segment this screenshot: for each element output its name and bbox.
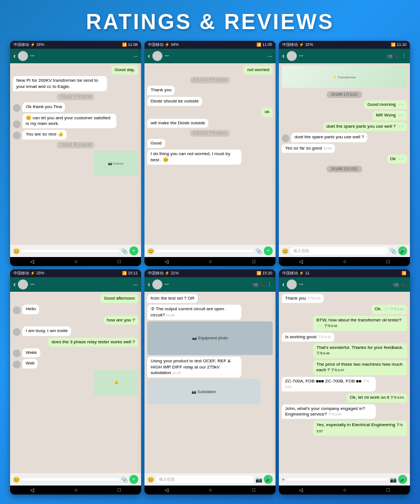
page-wrapper: RATINGS & REVIEWS 中国移动 ⚡ 33% 📶 11:08 ‹ ·…: [0, 0, 420, 500]
status-bar-1: 中国移动 ⚡ 33% 📶 11:08: [10, 41, 141, 49]
date-divider: 2018年1月31日: [326, 91, 362, 98]
chat-footer-2[interactable]: 😊 📎 +: [144, 245, 276, 257]
avatar-4: [18, 279, 28, 290]
emoji-icon[interactable]: 😊: [147, 477, 154, 483]
recent-nav[interactable]: □: [253, 259, 255, 264]
back-icon[interactable]: ‹: [13, 52, 16, 60]
emoji-icon[interactable]: 😊: [147, 248, 154, 254]
home-nav[interactable]: ○: [343, 487, 346, 493]
status-bar-3: 中国移动 ⚡ 32% 📶 11:10: [279, 41, 410, 49]
home-nav[interactable]: ○: [343, 259, 346, 264]
header-icons-6: 📹 📞: [393, 282, 407, 287]
time-divider: 7月4日 下午5点58: [57, 94, 95, 100]
home-nav[interactable]: ○: [74, 259, 77, 264]
home-nav[interactable]: ○: [209, 487, 212, 493]
back-icon[interactable]: ‹: [148, 281, 150, 288]
emoji-icon[interactable]: 😊: [282, 248, 288, 254]
send-button[interactable]: 🎤: [398, 475, 407, 484]
sender-avatar: [13, 328, 21, 336]
msg-bubble: Ok thank you Tina: [22, 102, 65, 111]
attachment-icon[interactable]: 📎: [255, 248, 262, 254]
chat-footer-6[interactable]: + 📷 🎤: [279, 473, 410, 486]
msg-bubble: New PI for 200KV transformer be send to …: [13, 76, 107, 91]
status-bar-2: 中国移动 ⚡ 34% 📶 11:05: [144, 41, 276, 49]
chat-body-5: from the test set ? OR ② The output curr…: [144, 292, 276, 473]
recent-nav[interactable]: □: [387, 259, 390, 264]
home-nav[interactable]: ○: [209, 259, 212, 264]
back-nav[interactable]: ◁: [30, 487, 34, 493]
msg-bubble: Using your product to test OCEF, REF & H…: [147, 357, 241, 377]
chat-input[interactable]: [21, 250, 119, 252]
time-divider: 8月14日 下午4点41: [190, 130, 230, 137]
msg-bubble: Hello: [22, 305, 39, 314]
msg-bubble: BTW, how about the transformer oil teste…: [313, 316, 407, 331]
header-icons-4: ···: [133, 282, 138, 288]
sender-avatar: [13, 120, 21, 128]
chat-input[interactable]: [287, 478, 388, 480]
back-nav[interactable]: ◁: [299, 487, 303, 493]
nav-bar-1: ◁ ○ □: [10, 257, 141, 266]
contact-name-4: ···: [30, 282, 131, 287]
recent-nav[interactable]: □: [387, 487, 390, 493]
chat-footer-4[interactable]: 😊 📎 +: [10, 473, 141, 486]
contact-name-6: ···: [299, 282, 390, 287]
contact-name-3: ···: [299, 53, 384, 59]
msg-bubble: MR Wong ✓✓: [372, 111, 407, 120]
emoji-icon[interactable]: 😊: [13, 248, 20, 254]
back-nav[interactable]: ◁: [165, 259, 169, 264]
nav-bar-2: ◁ ○ □: [144, 257, 276, 266]
back-nav[interactable]: ◁: [30, 259, 34, 264]
sender-avatar: [13, 104, 21, 112]
nav-bar-5: ◁ ○ □: [144, 486, 276, 494]
msg-bubble: does the 3 phase relay tester works well…: [48, 338, 138, 347]
attachment-icon[interactable]: 📷: [255, 477, 262, 483]
home-nav[interactable]: ○: [74, 487, 77, 493]
image-message-2: 📷 Substation: [147, 379, 260, 404]
msg-row: doet the spare parts you use well ?: [282, 133, 407, 142]
header-icons-1: ···: [133, 53, 138, 59]
back-icon[interactable]: ‹: [282, 281, 284, 288]
back-icon[interactable]: ‹: [282, 52, 284, 60]
chat-input[interactable]: 输入信息: [290, 247, 388, 255]
send-button[interactable]: 🎤: [264, 475, 273, 484]
add-icon[interactable]: +: [282, 477, 285, 483]
msg-row: Well: [13, 359, 138, 368]
recent-nav[interactable]: □: [253, 487, 255, 493]
msg-bubble: will make the Diode outside: [147, 119, 208, 128]
chat-footer-5[interactable]: 😊 输入信息 📷 🎤: [144, 473, 276, 486]
chat-footer-1[interactable]: 😊 📎 +: [10, 245, 141, 257]
msg-bubble: Good day.: [111, 66, 138, 74]
attachment-icon[interactable]: 📷: [390, 477, 396, 483]
sender-avatar: [13, 306, 21, 314]
page-title: RATINGS & REVIEWS: [0, 10, 420, 34]
send-button[interactable]: +: [129, 246, 138, 255]
chat-body-4: Good afternoon Hello how are you ? I am …: [10, 292, 141, 473]
msg-bubble: Ok ✓✓: [387, 155, 407, 164]
send-button[interactable]: +: [129, 475, 138, 484]
sender-avatar: [13, 361, 21, 368]
contact-name-1: ···: [30, 53, 131, 59]
msg-bubble: Good: [147, 139, 165, 148]
send-button[interactable]: 🎤: [398, 246, 407, 255]
chat-header-4: ‹ ··· ···: [10, 277, 141, 292]
back-nav[interactable]: ◁: [165, 487, 169, 493]
header-icons-5: 📹 📞 ⋮: [252, 282, 272, 287]
send-button[interactable]: +: [264, 246, 273, 255]
back-icon[interactable]: ‹: [148, 52, 150, 60]
chat-footer-3[interactable]: 😊 输入信息 📎 🎤: [279, 245, 410, 257]
chat-input[interactable]: [156, 250, 254, 252]
chat-body-3: ⚡ Transformer 2018年1月31日 Good morning ✓✓…: [279, 63, 410, 245]
back-icon[interactable]: ‹: [13, 281, 16, 288]
attachment-icon[interactable]: 📎: [390, 248, 396, 254]
emoji-icon[interactable]: 😊: [13, 477, 20, 483]
recent-nav[interactable]: □: [118, 259, 121, 264]
back-nav[interactable]: ◁: [299, 259, 303, 264]
avatar-5: [152, 279, 162, 290]
attachment-icon[interactable]: 📎: [121, 248, 128, 254]
phone-3: 中国移动 ⚡ 32% 📶 11:10 ‹ ··· 📹 📞 ⋮ ⚡ Transfo…: [279, 41, 410, 266]
chat-input[interactable]: 输入信息: [156, 475, 254, 483]
msg-bubble: Yes, especially in Electrical Engineerin…: [313, 421, 407, 436]
recent-nav[interactable]: □: [118, 487, 121, 493]
chat-input[interactable]: [21, 478, 119, 480]
attachment-icon[interactable]: 📎: [121, 477, 128, 483]
